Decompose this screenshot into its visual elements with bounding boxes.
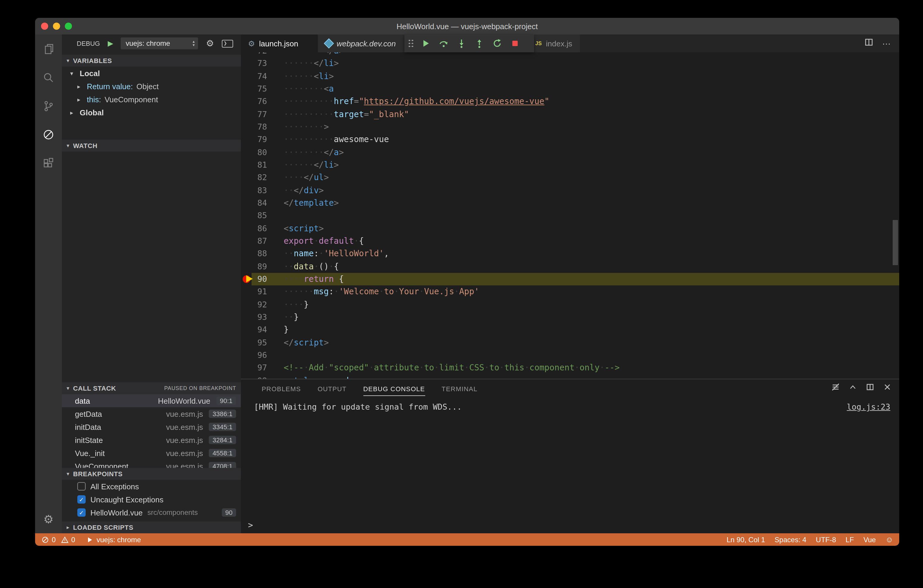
problems-status[interactable]: 0 0 xyxy=(41,535,75,544)
status-indentation[interactable]: Spaces: 4 xyxy=(775,535,806,544)
breakpoint-row[interactable]: ✓HelloWorld.vuesrc/components90 xyxy=(62,506,241,519)
call-stack-frame[interactable]: VueComponentvue.esm.js4708:1 xyxy=(62,460,241,468)
debug-console-icon[interactable]: ❯ xyxy=(222,39,233,47)
breakpoint-row[interactable]: All Exceptions xyxy=(62,480,241,493)
line-number[interactable]: 85 xyxy=(241,210,267,222)
tab-index-js[interactable]: JSindex.js xyxy=(528,34,580,52)
line-number[interactable]: 77 xyxy=(241,108,267,121)
line-number[interactable]: 72 xyxy=(241,52,267,57)
step-out-button[interactable] xyxy=(470,35,488,52)
status-encoding[interactable]: UTF-8 xyxy=(816,535,836,544)
close-panel-icon[interactable] xyxy=(882,382,892,394)
line-number[interactable]: 86 xyxy=(241,222,267,235)
split-panel-icon[interactable] xyxy=(866,382,875,394)
line-number[interactable]: 83 xyxy=(241,184,267,197)
status-line-col[interactable]: Ln 90, Col 1 xyxy=(726,535,765,544)
continue-button[interactable] xyxy=(417,35,435,52)
watch-section-header[interactable]: ▾ WATCH xyxy=(62,140,241,152)
panel-tab-problems[interactable]: PROBLEMS xyxy=(262,381,301,396)
step-over-button[interactable] xyxy=(435,35,453,52)
breakpoint-checkbox[interactable] xyxy=(77,482,85,491)
stop-button[interactable] xyxy=(506,35,524,52)
call-stack-frame[interactable]: initDatavue.esm.js3345:1 xyxy=(62,420,241,434)
line-number[interactable]: 78 xyxy=(241,121,267,133)
panel-tab-output[interactable]: OUTPUT xyxy=(318,381,347,396)
line-number[interactable]: 89 xyxy=(241,260,267,273)
debug-config-status[interactable]: vuejs: chrome xyxy=(87,535,141,544)
code-text[interactable]: ········</a> xyxy=(284,146,899,159)
line-number[interactable]: 88 xyxy=(241,248,267,260)
line-number[interactable]: 82 xyxy=(241,171,267,184)
console-source-link[interactable]: log.js:23 xyxy=(847,402,890,411)
code-text[interactable]: ········> xyxy=(284,121,899,133)
code-text[interactable]: } xyxy=(284,324,899,337)
panel-tab-terminal[interactable]: TERMINAL xyxy=(442,381,478,396)
line-number[interactable]: 87 xyxy=(241,235,267,248)
loaded-scripts-section-header[interactable]: ▸ LOADED SCRIPTS xyxy=(62,521,241,533)
configure-gear-icon[interactable]: ⚙ xyxy=(206,38,214,49)
variable-row[interactable]: ▸Return value:Object xyxy=(62,80,241,93)
line-number[interactable]: 74 xyxy=(241,70,267,83)
code-text[interactable]: ······</li> xyxy=(284,57,899,70)
line-number[interactable]: 93 xyxy=(241,311,267,324)
split-editor-icon[interactable] xyxy=(864,38,874,49)
code-text[interactable]: <script> xyxy=(284,222,899,235)
line-number[interactable]: 92 xyxy=(241,298,267,311)
extensions-icon[interactable] xyxy=(35,149,62,177)
line-number[interactable]: 80 xyxy=(241,146,267,159)
code-text[interactable]: <!--·Add·"scoped"·attribute·to·limit·CSS… xyxy=(284,362,899,374)
chevron-right-icon[interactable]: ▸ xyxy=(77,96,83,103)
debug-config-dropdown[interactable]: vuejs: chrome ▴▾ xyxy=(121,38,198,49)
code-text[interactable]: ··} xyxy=(284,311,899,324)
code-text[interactable]: ··········awesome-vue xyxy=(284,133,899,146)
breakpoints-section-header[interactable]: ▾ BREAKPOINTS xyxy=(62,468,241,480)
call-stack-frame[interactable]: initStatevue.esm.js3284:1 xyxy=(62,434,241,447)
line-number[interactable]: 75 xyxy=(241,83,267,95)
start-debug-button[interactable]: ▶ xyxy=(108,39,113,48)
search-icon[interactable] xyxy=(35,63,62,92)
call-stack-section-header[interactable]: ▾ CALL STACK PAUSED ON BREAKPOINT xyxy=(62,382,241,394)
settings-gear-icon[interactable]: ⚙ xyxy=(35,505,62,533)
editor-scrollbar[interactable] xyxy=(893,220,898,265)
code-text[interactable]: ········<a xyxy=(284,83,899,95)
line-number[interactable]: 79 xyxy=(241,133,267,146)
line-number[interactable]: 97 xyxy=(241,362,267,374)
code-text[interactable]: ········</a> xyxy=(284,52,899,57)
code-text[interactable]: ··········href="https://github.com/vuejs… xyxy=(284,95,899,108)
chevron-right-icon[interactable]: ▸ xyxy=(77,83,83,89)
line-number[interactable]: 81 xyxy=(241,159,267,171)
code-text[interactable]: ······</li> xyxy=(284,159,899,171)
line-number[interactable]: 95 xyxy=(241,336,267,349)
close-window-button[interactable] xyxy=(41,23,48,30)
restart-button[interactable] xyxy=(488,35,506,52)
code-text[interactable]: <style·scoped> xyxy=(284,374,899,379)
code-text[interactable]: ······msg:·'Welcome·to·Your·Vue.js·App' xyxy=(284,286,899,299)
variable-row[interactable]: ▸this:VueComponent xyxy=(62,93,241,106)
code-text[interactable]: ··</div> xyxy=(284,184,899,197)
clear-console-icon[interactable] xyxy=(831,382,840,394)
panel-tab-debug-console[interactable]: DEBUG CONSOLE xyxy=(363,381,425,396)
call-stack-frame[interactable]: getDatavue.esm.js3386:1 xyxy=(62,407,241,420)
code-text[interactable]: ······<li> xyxy=(284,70,899,83)
tab-launch-json[interactable]: ⚙launch.json xyxy=(241,34,318,52)
explorer-icon[interactable] xyxy=(35,34,62,63)
step-into-button[interactable] xyxy=(453,35,470,52)
code-text[interactable]: ··data·()·{ xyxy=(284,260,899,273)
line-number[interactable]: 96 xyxy=(241,349,267,362)
more-actions-icon[interactable]: … xyxy=(882,36,891,46)
line-number[interactable]: 90 xyxy=(241,273,267,286)
minimize-window-button[interactable] xyxy=(53,23,60,30)
line-number[interactable]: 94 xyxy=(241,324,267,337)
code-text[interactable]: ··········target="_blank" xyxy=(284,108,899,121)
breakpoint-row[interactable]: ✓Uncaught Exceptions xyxy=(62,493,241,506)
line-number[interactable]: 76 xyxy=(241,95,267,108)
toolbar-drag-handle[interactable] xyxy=(409,39,413,47)
maximize-panel-icon[interactable] xyxy=(848,382,857,394)
call-stack-frame[interactable]: Vue._initvue.esm.js4558:1 xyxy=(62,447,241,460)
code-text[interactable]: </script> xyxy=(284,336,899,349)
line-number[interactable]: 91 xyxy=(241,286,267,299)
chevron-down-icon[interactable]: ▾ xyxy=(70,70,76,76)
code-text[interactable]: </template> xyxy=(284,197,899,210)
code-text[interactable]: ····} xyxy=(284,298,899,311)
code-text[interactable]: ····</ul> xyxy=(284,171,899,184)
